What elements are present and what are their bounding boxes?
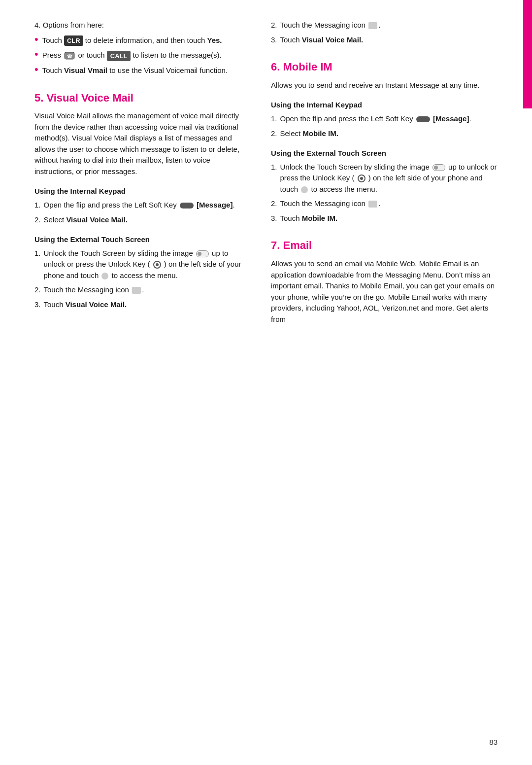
bullet-dot: • <box>34 49 38 60</box>
accent-bar <box>523 0 532 108</box>
section5-internal-steps: 1. Open the flip and press the Left Soft… <box>34 200 246 225</box>
bullet-list: • Touch CLR to delete information, and t… <box>34 35 246 76</box>
touch-icon <box>301 186 308 193</box>
list-item: 1. Unlock the Touch Screen by sliding th… <box>34 248 246 281</box>
soft-key-icon <box>180 203 194 209</box>
list-item: 2. Touch the Messaging icon . <box>271 198 502 209</box>
two-column-layout: 4. Options from here: • Touch CLR to del… <box>34 20 502 329</box>
list-item: 1. Unlock the Touch Screen by sliding th… <box>271 162 502 195</box>
slide-image-icon <box>196 250 209 257</box>
list-item: 1. Open the flip and press the Left Soft… <box>34 200 246 211</box>
section5-internal-keypad-heading: Using the Internal Keypad <box>34 186 246 197</box>
section5-external-touch-heading: Using the External Touch Screen <box>34 234 246 245</box>
section5-body: Visual Voice Mail allows the management … <box>34 110 246 177</box>
section7-title: 7. Email <box>271 238 502 253</box>
bullet-call-text: Press ☎ or touch CALL to listen to the m… <box>42 50 222 61</box>
bullet-dot: • <box>34 34 38 45</box>
right-col-top-steps: 2. Touch the Messaging icon . 3. Touch V… <box>271 20 502 45</box>
section5-title: 5. Visual Voice Mail <box>34 90 246 106</box>
svg-text:☎: ☎ <box>67 54 72 59</box>
page-number: 83 <box>489 737 498 748</box>
section6-external-steps: 1. Unlock the Touch Screen by sliding th… <box>271 162 502 224</box>
messaging-icon <box>368 201 377 208</box>
left-column: 4. Options from here: • Touch CLR to del… <box>34 20 246 329</box>
section5-external-steps: 1. Unlock the Touch Screen by sliding th… <box>34 248 246 311</box>
bullet-clr-text: Touch CLR to delete information, and the… <box>42 35 222 46</box>
call-key: CALL <box>107 51 131 62</box>
list-item: • Press ☎ or touch CALL to listen to the… <box>34 50 246 61</box>
phone-icon: ☎ <box>64 52 75 60</box>
list-item: 2. Select Mobile IM. <box>271 128 502 139</box>
options-header: 4. Options from here: <box>34 20 246 31</box>
page-container: 4. Options from here: • Touch CLR to del… <box>0 0 532 765</box>
section6-external-touch-heading: Using the External Touch Screen <box>271 148 502 159</box>
list-item: 2. Touch the Messaging icon . <box>34 284 246 296</box>
unlock-key-icon <box>358 174 366 182</box>
list-item: • Touch Visual Vmail to use the Visual V… <box>34 65 246 76</box>
section6-internal-steps: 1. Open the flip and press the Left Soft… <box>271 113 502 139</box>
section6-internal-keypad-heading: Using the Internal Keypad <box>271 100 502 110</box>
section6-body: Allows you to send and receive an Instan… <box>271 80 502 91</box>
list-item: 2. Touch the Messaging icon . <box>271 20 502 31</box>
touch-icon <box>101 273 108 279</box>
list-item: 3. Touch Visual Voice Mail. <box>34 299 246 311</box>
unlock-key-icon <box>153 261 161 269</box>
bullet-dot: • <box>34 64 38 75</box>
section7-body: Allows you to send an email via Mobile W… <box>271 258 502 325</box>
list-item: 1. Open the flip and press the Left Soft… <box>271 113 502 125</box>
right-column: 2. Touch the Messaging icon . 3. Touch V… <box>271 20 502 329</box>
bullet-vvmail-text: Touch Visual Vmail to use the Visual Voi… <box>42 65 228 76</box>
list-item: 3. Touch Mobile IM. <box>271 213 502 224</box>
clr-key: CLR <box>64 35 83 46</box>
messaging-icon <box>132 287 141 294</box>
slide-image-icon <box>432 164 445 171</box>
soft-key-icon <box>416 116 430 122</box>
list-item: 2. Select Visual Voice Mail. <box>34 214 246 226</box>
list-item: • Touch CLR to delete information, and t… <box>34 35 246 46</box>
section6-title: 6. Mobile IM <box>271 59 502 75</box>
list-item: 3. Touch Visual Voice Mail. <box>271 35 502 46</box>
messaging-icon <box>368 22 377 29</box>
